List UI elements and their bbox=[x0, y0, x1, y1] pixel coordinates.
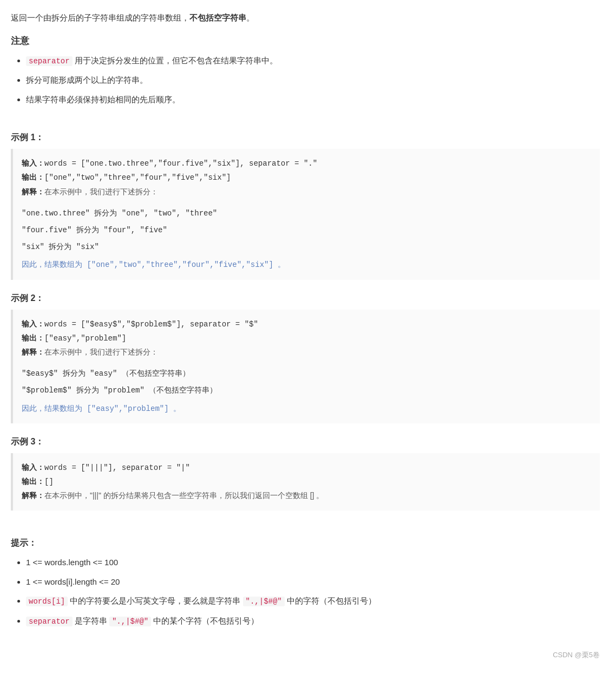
example2-output-value: ["easy","problem"] bbox=[44, 334, 126, 343]
hint-item-3: words[i] 中的字符要么是小写英文字母，要么就是字符串 ".,|$#@" … bbox=[26, 594, 600, 609]
footer-text: CSDN @栗5卷 bbox=[553, 651, 600, 659]
example3-input-label: 输入： bbox=[22, 463, 44, 472]
example2-split-2: "$problem$" 拆分为 "problem" （不包括空字符串） bbox=[22, 384, 591, 397]
example2-input-label: 输入： bbox=[22, 319, 44, 328]
example1-split-2: "four.five" 拆分为 "four", "five" bbox=[22, 224, 591, 237]
example3-input-value: words = ["|||"], separator = "|" bbox=[44, 463, 190, 472]
example2-split-1: "$easy$" 拆分为 "easy" （不包括空字符串） bbox=[22, 367, 591, 381]
example1-output-label: 输出： bbox=[22, 173, 44, 181]
example2-explain-line: 解释：在本示例中，我们进行下述拆分： bbox=[22, 345, 591, 359]
example1-split-3: "six" 拆分为 "six" bbox=[22, 240, 591, 254]
top-note-bold: 不包括空字符串 bbox=[189, 13, 246, 22]
attention-text-3: 结果字符串必须保持初始相同的先后顺序。 bbox=[26, 95, 180, 104]
example1-explain-line: 解释：在本示例中，我们进行下述拆分： bbox=[22, 185, 591, 199]
example3-input-line: 输入：words = ["|||"], separator = "|" bbox=[22, 461, 591, 475]
example2-title: 示例 2： bbox=[11, 293, 600, 304]
example3-output-value: [] bbox=[44, 477, 54, 486]
hint-text-3b: 中的字符（不包括引号） bbox=[287, 596, 376, 605]
hint-code-3a: words[i] bbox=[26, 597, 68, 606]
attention-item-3: 结果字符串必须保持初始相同的先后顺序。 bbox=[26, 93, 600, 107]
hints-list: 1 <= words.length <= 100 1 <= words[i].l… bbox=[26, 555, 600, 629]
hints-title: 提示： bbox=[11, 538, 600, 549]
hint-item-4: separator 是字符串 ".,|$#@" 中的某个字符（不包括引号） bbox=[26, 614, 600, 629]
hint-code-4a: separator bbox=[26, 617, 73, 626]
example1-conclusion: 因此，结果数组为 ["one","two","three","four","fi… bbox=[22, 258, 591, 272]
top-note: 返回一个由拆分后的子字符串组成的字符串数组，不包括空字符串。 bbox=[11, 11, 600, 25]
example1-conclusion-text: 因此，结果数组为 ["one","two","three","four","fi… bbox=[22, 260, 285, 269]
attention-code-1: separator bbox=[26, 56, 73, 66]
attention-title: 注意 bbox=[11, 35, 600, 47]
example1-explain-text: 在本示例中，我们进行下述拆分： bbox=[44, 187, 158, 196]
hint-item-1: 1 <= words.length <= 100 bbox=[26, 555, 600, 570]
hint-text-4b: 中的某个字符（不包括引号） bbox=[153, 616, 259, 625]
example2-input-line: 输入：words = ["$easy$","$problem$"], separ… bbox=[22, 317, 591, 331]
example3-output-label: 输出： bbox=[22, 477, 44, 486]
example1-input-value: words = ["one.two.three","four.five","si… bbox=[44, 159, 317, 168]
example2-output-line: 输出：["easy","problem"] bbox=[22, 331, 591, 345]
example2-conclusion: 因此，结果数组为 ["easy","problem"] 。 bbox=[22, 402, 591, 416]
example1-block: 输入：words = ["one.two.three","four.five",… bbox=[11, 149, 600, 279]
example3-block: 输入：words = ["|||"], separator = "|" 输出：[… bbox=[11, 453, 600, 511]
example1-output-value: ["one","two","three","four","five","six"… bbox=[44, 173, 231, 182]
example1-explain-label: 解释： bbox=[22, 187, 44, 196]
attention-item-1: separator 用于决定拆分发生的位置，但它不包含在结果字符串中。 bbox=[26, 54, 600, 68]
example1-input-label: 输入： bbox=[22, 159, 44, 167]
example2-output-label: 输出： bbox=[22, 333, 44, 342]
example2-explain-label: 解释： bbox=[22, 348, 44, 356]
example3-explain-text: 在本示例中，"|||" 的拆分结果将只包含一些空字符串，所以我们返回一个空数组 … bbox=[44, 491, 324, 500]
hint-code-4b: ".,|$#@" bbox=[109, 617, 151, 626]
hint-text-2: 1 <= words[i].length <= 20 bbox=[26, 577, 120, 586]
hint-item-2: 1 <= words[i].length <= 20 bbox=[26, 575, 600, 589]
example3-explain-line: 解释：在本示例中，"|||" 的拆分结果将只包含一些空字符串，所以我们返回一个空… bbox=[22, 489, 591, 503]
example2-explain-text: 在本示例中，我们进行下述拆分： bbox=[44, 348, 158, 356]
hint-text-3: 中的字符要么是小写英文字母，要么就是字符串 bbox=[70, 596, 243, 605]
attention-list: separator 用于决定拆分发生的位置，但它不包含在结果字符串中。 拆分可能… bbox=[26, 54, 600, 107]
footer: CSDN @栗5卷 bbox=[11, 650, 600, 660]
attention-text-2: 拆分可能形成两个以上的字符串。 bbox=[26, 75, 148, 84]
example1-split-1: "one.two.three" 拆分为 "one", "two", "three… bbox=[22, 207, 591, 220]
example3-output-line: 输出：[] bbox=[22, 475, 591, 489]
hint-text-4: 是字符串 bbox=[75, 616, 109, 625]
hint-text-1: 1 <= words.length <= 100 bbox=[26, 558, 118, 567]
attention-text-1: 用于决定拆分发生的位置，但它不包含在结果字符串中。 bbox=[75, 56, 278, 65]
hints-section: 提示： 1 <= words.length <= 100 1 <= words[… bbox=[11, 538, 600, 629]
example2-conclusion-text: 因此，结果数组为 ["easy","problem"] 。 bbox=[22, 404, 181, 413]
top-note-text: 返回一个由拆分后的子字符串组成的字符串数组， bbox=[11, 13, 189, 22]
example3-explain-label: 解释： bbox=[22, 491, 44, 500]
example3-title: 示例 3： bbox=[11, 436, 600, 448]
example2-input-value: words = ["$easy$","$problem$"], separato… bbox=[44, 320, 258, 329]
example1-title: 示例 1： bbox=[11, 132, 600, 143]
example1-output-line: 输出：["one","two","three","four","five","s… bbox=[22, 171, 591, 185]
example1-input-line: 输入：words = ["one.two.three","four.five",… bbox=[22, 156, 591, 171]
example2-block: 输入：words = ["$easy$","$problem$"], separ… bbox=[11, 310, 600, 423]
attention-item-2: 拆分可能形成两个以上的字符串。 bbox=[26, 73, 600, 87]
hint-code-3b: ".,|$#@" bbox=[243, 597, 285, 606]
